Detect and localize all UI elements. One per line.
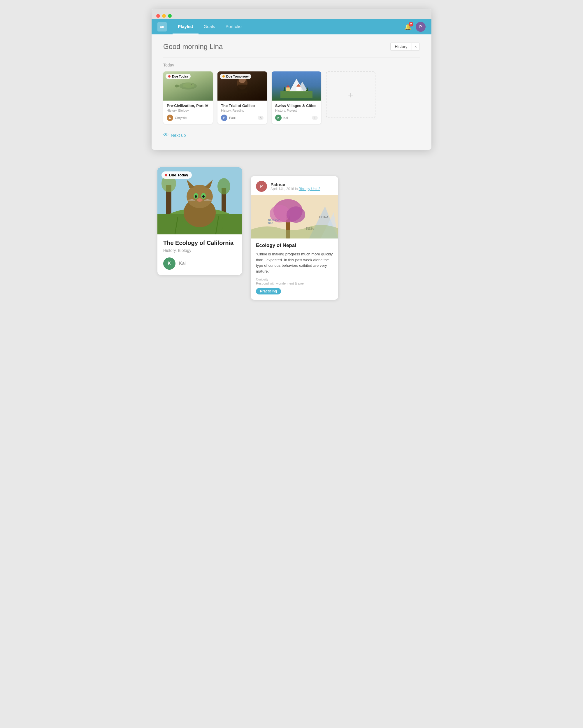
swiss-illustration bbox=[281, 74, 313, 98]
add-card-button[interactable]: ＋ bbox=[326, 72, 375, 118]
big-card-image: Due Today bbox=[157, 167, 242, 234]
card-image-3 bbox=[272, 72, 321, 101]
navbar-right: 🔔 2 P bbox=[404, 22, 426, 32]
portfolio-artwork: Rhododen Tree INDIA CHINA bbox=[251, 195, 338, 238]
nav-tabs: Playlist Goals Portfolio bbox=[173, 19, 247, 34]
next-up-section[interactable]: 👁 Next up bbox=[163, 132, 420, 138]
svg-point-30 bbox=[197, 198, 203, 202]
card-swiss-villages[interactable]: Swiss Villages & Cities History, Project… bbox=[272, 72, 321, 124]
titlebar bbox=[152, 9, 431, 19]
page-greeting: Good morning Lina bbox=[163, 43, 223, 51]
portfolio-card-title: Ecology of Nepal bbox=[256, 242, 333, 249]
notification-button[interactable]: 🔔 2 bbox=[404, 23, 412, 30]
portfolio-card-header: P Patrice April 14h, 2016 in Biology Uni… bbox=[251, 176, 338, 195]
big-card-avatar: K bbox=[163, 257, 176, 270]
svg-point-23 bbox=[187, 185, 213, 208]
app-logo[interactable]: ali bbox=[157, 22, 167, 31]
portfolio-card: P Patrice April 14h, 2016 in Biology Uni… bbox=[251, 176, 338, 300]
history-button-group: History × bbox=[390, 43, 420, 51]
card-user-3: K Kai bbox=[275, 114, 288, 121]
card-avatar-img-1: C bbox=[167, 114, 173, 121]
card-user-1: C Chrystie bbox=[167, 114, 187, 121]
portfolio-avatar-img: P bbox=[256, 181, 267, 192]
card-username-3: Kai bbox=[283, 116, 288, 120]
biology-unit-link[interactable]: Biology Unit 2 bbox=[299, 187, 320, 191]
card-artwork-3 bbox=[272, 72, 321, 101]
card-footer-1: C Chrystie bbox=[167, 114, 209, 121]
svg-text:Tree: Tree bbox=[268, 222, 273, 225]
card-avatar-1: C bbox=[167, 114, 173, 121]
big-card-badge: Due Today bbox=[161, 172, 192, 179]
svg-point-29 bbox=[202, 196, 205, 198]
history-close-button[interactable]: × bbox=[412, 43, 420, 51]
big-card-avatar-img: K bbox=[163, 257, 176, 270]
portfolio-card-image: Rhododen Tree INDIA CHINA bbox=[251, 195, 338, 238]
minimize-light[interactable] bbox=[162, 14, 166, 18]
eye-icon: 👁 bbox=[163, 132, 168, 138]
plus-icon: ＋ bbox=[346, 89, 355, 101]
badge-dot-red-1 bbox=[168, 75, 170, 78]
card-tags-2: History, Reading bbox=[221, 109, 264, 112]
card-user-2: P Paul bbox=[221, 114, 236, 121]
card-username-1: Chrystie bbox=[175, 116, 187, 120]
card-image-2: Due Tomorrow bbox=[217, 72, 267, 101]
divider bbox=[163, 57, 420, 57]
big-card-username: Kai bbox=[179, 261, 186, 266]
tab-portfolio[interactable]: Portfolio bbox=[220, 19, 247, 34]
card-badge-1: Due Today bbox=[165, 74, 191, 79]
today-label: Today bbox=[163, 63, 420, 67]
card-avatar-img-2: P bbox=[221, 114, 228, 121]
card-body-2: The Trial of Galileo History, Reading P … bbox=[217, 101, 267, 124]
big-card-badge-label: Due Today bbox=[169, 173, 188, 177]
traffic-lights bbox=[156, 14, 172, 18]
card-count-3: 1 bbox=[312, 116, 318, 120]
big-card-tags: History, Biology bbox=[163, 248, 236, 253]
card-body-3: Swiss Villages & Cities History, Project… bbox=[272, 101, 321, 124]
big-card-body: The Ecology of California History, Biolo… bbox=[157, 234, 242, 275]
practicing-badge: Practicing bbox=[256, 288, 281, 294]
svg-marker-13 bbox=[283, 86, 286, 91]
svg-point-1 bbox=[183, 83, 194, 88]
close-light[interactable] bbox=[156, 14, 160, 18]
navbar: ali Playlist Goals Portfolio 🔔 2 P bbox=[152, 19, 431, 34]
greeting-row: Good morning Lina History × bbox=[163, 43, 420, 51]
big-card-ecology[interactable]: Due Today The Ecology of California Hist… bbox=[157, 167, 242, 275]
card-body-1: Pre-Civilization, Part IV History, Biolo… bbox=[163, 101, 213, 124]
big-card-badge-dot bbox=[165, 174, 167, 176]
svg-text:CHINA: CHINA bbox=[319, 215, 328, 219]
badge-dot-orange-2 bbox=[222, 75, 225, 78]
card-avatar-img-3: K bbox=[275, 114, 282, 121]
zoom-section: Due Today The Ecology of California Hist… bbox=[152, 159, 431, 309]
portfolio-username: Patrice bbox=[270, 182, 320, 187]
svg-point-2 bbox=[191, 84, 192, 85]
main-window: ali Playlist Goals Portfolio 🔔 2 P Good … bbox=[152, 9, 431, 150]
svg-point-27 bbox=[195, 196, 197, 198]
card-footer-3: K Kai 1 bbox=[275, 114, 318, 121]
svg-point-19 bbox=[217, 178, 230, 194]
card-badge-2: Due Tomorrow bbox=[220, 74, 251, 79]
svg-rect-11 bbox=[296, 86, 300, 91]
big-card-title: The Ecology of California bbox=[163, 240, 236, 246]
tab-playlist[interactable]: Playlist bbox=[173, 19, 198, 34]
portfolio-skill-label: Curiosity bbox=[256, 278, 333, 281]
svg-text:Rhododen: Rhododen bbox=[268, 219, 281, 222]
card-galileo[interactable]: Due Tomorrow The Trial of Galileo Histor… bbox=[217, 72, 267, 124]
card-tags-1: History, Biology bbox=[167, 109, 209, 112]
cards-row: Due Today Pre-Civilization, Part IV Hist… bbox=[163, 72, 420, 124]
next-up-label: Next up bbox=[171, 133, 186, 138]
portfolio-skill-sub: Respond with wonderment & awe bbox=[256, 282, 333, 285]
card-count-2: 3 bbox=[258, 116, 264, 120]
card-avatar-3: K bbox=[275, 114, 282, 121]
history-button[interactable]: History bbox=[390, 43, 412, 51]
card-pre-civilization[interactable]: Due Today Pre-Civilization, Part IV Hist… bbox=[163, 72, 213, 124]
card-tags-3: History, Project bbox=[275, 109, 318, 112]
user-avatar[interactable]: P bbox=[416, 22, 426, 32]
nepal-tree-painting: Rhododen Tree INDIA CHINA bbox=[251, 195, 338, 238]
tab-goals[interactable]: Goals bbox=[198, 19, 220, 34]
main-content: Good morning Lina History × Today bbox=[152, 34, 431, 150]
svg-marker-10 bbox=[286, 85, 290, 87]
portfolio-card-body: Ecology of Nepal "Chloe is making progre… bbox=[251, 238, 338, 300]
card-title-3: Swiss Villages & Cities bbox=[275, 104, 318, 108]
maximize-light[interactable] bbox=[168, 14, 172, 18]
card-image-1: Due Today bbox=[163, 72, 213, 101]
